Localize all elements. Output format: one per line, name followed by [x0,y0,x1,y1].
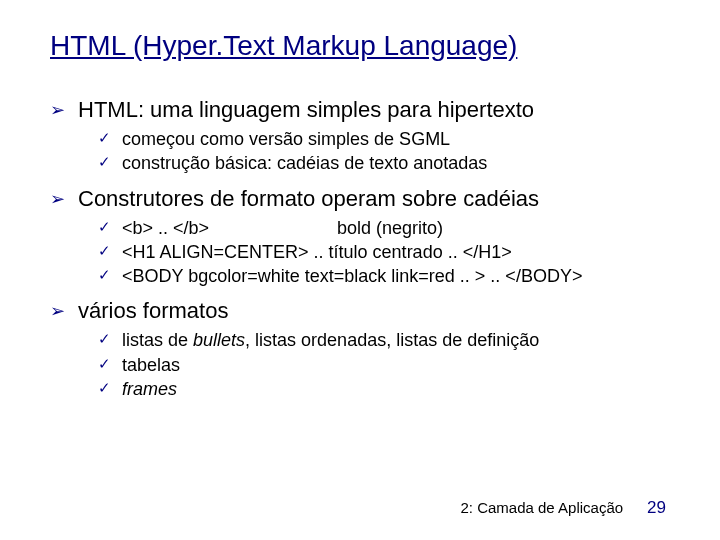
slide-title: HTML (Hyper.Text Markup Language) [50,30,670,62]
sub-text: <H1 ALIGN=CENTER> .. título centrado .. … [122,242,512,262]
sub-list-1: começou como versão simples de SGML cons… [78,127,670,176]
footer: 2: Camada de Aplicação 29 [460,498,666,518]
sub-list-2: <b> .. </b> bold (negrito) <H1 ALIGN=CEN… [78,216,670,289]
bullet-list: HTML: uma linguagem simples para hiperte… [50,97,670,401]
sub-list-3: listas de bullets, listas ordenadas, lis… [78,328,670,401]
bullet-item-2: Construtores de formato operam sobre cad… [50,186,670,289]
sub-item: listas de bullets, listas ordenadas, lis… [98,328,670,352]
sub-text-right: bold (negrito) [337,218,443,238]
sub-text: frames [122,379,177,399]
bullet-item-1: HTML: uma linguagem simples para hiperte… [50,97,670,176]
bullet-text: vários formatos [78,298,228,323]
bullet-text: HTML: uma linguagem simples para hiperte… [78,97,534,122]
footer-label: 2: Camada de Aplicação [460,499,623,516]
sub-text: <BODY bgcolor=white text=black link=red … [122,266,582,286]
sub-text: construção básica: cadéias de texto anot… [122,153,487,173]
slide: HTML (Hyper.Text Markup Language) HTML: … [0,0,720,540]
sub-item: <H1 ALIGN=CENTER> .. título centrado .. … [98,240,670,264]
sub-text-b: bullets [193,330,245,350]
sub-item: <b> .. </b> bold (negrito) [98,216,670,240]
sub-item: começou como versão simples de SGML [98,127,670,151]
sub-text-a: listas de [122,330,193,350]
sub-text: tabelas [122,355,180,375]
sub-text-left: <b> .. </b> [122,216,332,240]
bullet-item-3: vários formatos listas de bullets, lista… [50,298,670,401]
sub-item: construção básica: cadéias de texto anot… [98,151,670,175]
sub-text: começou como versão simples de SGML [122,129,450,149]
sub-text-c: , listas ordenadas, listas de definição [245,330,539,350]
sub-item: tabelas [98,353,670,377]
sub-item: frames [98,377,670,401]
sub-item: <BODY bgcolor=white text=black link=red … [98,264,670,288]
page-number: 29 [647,498,666,518]
bullet-text: Construtores de formato operam sobre cad… [78,186,539,211]
